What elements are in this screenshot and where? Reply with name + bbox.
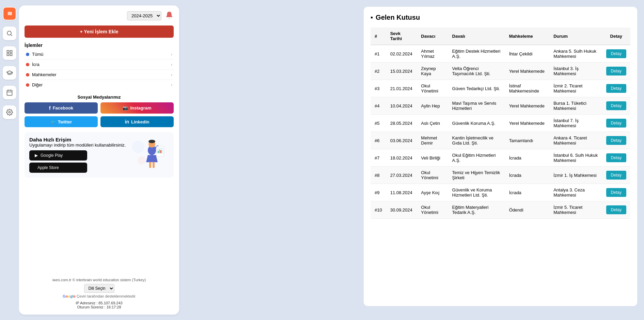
svg-rect-5 — [10, 54, 12, 56]
play-icon: ▶ — [35, 153, 38, 158]
year-select[interactable]: 2024-2025 2023-2024 2025-2026 — [127, 11, 161, 20]
cell-durum: İstanbul 6. Sulh Hukuk Mahkemesi — [549, 149, 602, 167]
twitter-icon: 🐦 — [50, 119, 56, 124]
cell-durum: İzmir 5. Ticaret Mahkemesi — [549, 201, 602, 219]
google-g: G — [63, 294, 66, 298]
google-play-label: Google Play — [41, 153, 63, 158]
new-item-button[interactable]: + Yeni İşlem Ekle — [25, 26, 174, 38]
cell-davali: Güven Tedarikçi Ltd. Şti. — [448, 80, 505, 97]
cell-mahkeleme: Yerel Mahkemede — [505, 115, 549, 132]
search-icon[interactable] — [3, 27, 16, 40]
cell-davaci: Veli Birliği — [417, 149, 448, 167]
inbox-icon: ▪ — [371, 14, 373, 21]
logo-icon[interactable]: ≋ — [3, 7, 16, 20]
cell-davaci: Mehmet Demir — [417, 132, 448, 149]
instagram-label: Instagram — [130, 105, 151, 111]
table-row: #2 15.03.2024 Zeynep Kaya Velta Öğrenci … — [371, 63, 630, 80]
instagram-button[interactable]: 📷 Instagram — [100, 102, 174, 114]
detay-button[interactable]: Detay — [606, 67, 626, 75]
detay-button[interactable]: Detay — [606, 171, 626, 180]
cell-detay: Detay — [602, 97, 630, 115]
google-o2: o — [68, 294, 70, 298]
cell-davaci: Ayşe Koç — [417, 184, 448, 201]
cell-date: 27.03.2024 — [386, 167, 417, 184]
cell-date: 02.02.2024 — [386, 45, 417, 63]
facebook-button[interactable]: f Facebook — [25, 102, 98, 114]
svg-rect-22 — [160, 150, 161, 153]
cell-id: #4 — [371, 97, 386, 115]
detay-button[interactable]: Detay — [606, 84, 626, 93]
detay-button[interactable]: Detay — [606, 101, 626, 110]
cell-detay: Detay — [602, 45, 630, 63]
cell-date: 11.08.2024 — [386, 184, 417, 201]
chevron-right-icon: › — [171, 52, 172, 57]
table-row: #1 02.02.2024 Ahmet Yılmaz Eğitim Destek… — [371, 45, 630, 63]
quick-access-title: Daha Hızlı Erişim — [29, 137, 128, 142]
cell-durum: Ankara 5. Sulh Hukuk Mahkemesi — [549, 45, 602, 63]
svg-point-24 — [138, 156, 146, 165]
cell-davaci: Okul Yönetimi — [417, 167, 448, 184]
table-row: #6 03.06.2024 Mehmet Demir Kantin İşletm… — [371, 132, 630, 149]
settings-icon[interactable] — [3, 105, 16, 119]
facebook-icon: f — [49, 105, 51, 111]
google-play-button[interactable]: ▶ Google Play — [29, 150, 87, 161]
table-row: #8 27.03.2024 Okul Yönetimi Temiz ve Hij… — [371, 167, 630, 184]
detay-button[interactable]: Detay — [606, 153, 626, 162]
cell-davali: Eğitim Destek Hizmetleri A.Ş. — [448, 45, 505, 63]
svg-rect-20 — [158, 151, 159, 153]
linkedin-button[interactable]: in Linkedin — [100, 116, 174, 127]
cell-detay: Detay — [602, 63, 630, 80]
cell-davaci: Okul Yönetimi — [417, 80, 448, 97]
menu-item-diger[interactable]: Diğer › — [25, 80, 174, 90]
menu-item-tumü[interactable]: Tümü › — [25, 49, 174, 60]
store-buttons: ▶ Google Play Apple Store — [29, 150, 128, 173]
detay-button[interactable]: Detay — [606, 188, 626, 197]
cell-id: #2 — [371, 63, 386, 80]
menu-item-mahkemeler[interactable]: Mahkemeler › — [25, 70, 174, 80]
cell-detay: Detay — [602, 80, 630, 97]
calendar-icon[interactable] — [3, 86, 16, 99]
apple-store-label: Apple Store — [37, 165, 59, 170]
notification-bell[interactable] — [165, 11, 174, 21]
cell-id: #5 — [371, 115, 386, 132]
cell-durum: Antalya 3. Ceza Mahkemesi — [549, 184, 602, 201]
cell-date: 18.02.2024 — [386, 149, 417, 167]
table-body: #1 02.02.2024 Ahmet Yılmaz Eğitim Destek… — [371, 45, 630, 219]
cell-mahkeleme: İstinaf Mahkemesinde — [505, 80, 549, 97]
table-row: #7 18.02.2024 Veli Birliği Okul Eğitim H… — [371, 149, 630, 167]
svg-rect-17 — [153, 162, 155, 168]
cell-davali: Güvenlik Koruma A.Ş. — [448, 115, 505, 132]
dot-red-icon — [26, 63, 29, 66]
cell-id: #9 — [371, 184, 386, 201]
twitter-button[interactable]: 🐦 Twitter — [25, 116, 98, 127]
ip-info: IP Adresiniz : 85.107.69.243 Oturum Süre… — [25, 301, 174, 309]
menu-item-label: Tümü — [32, 52, 43, 57]
col-davali: Davalı — [448, 28, 505, 45]
svg-point-23 — [132, 141, 144, 153]
graduation-icon[interactable] — [3, 66, 16, 80]
col-mahkeleme: Mahkeleme — [505, 28, 549, 45]
menu-item-label: Mahkemeler — [32, 72, 57, 77]
cell-detay: Detay — [602, 149, 630, 167]
cell-davaci: Aslı Çetin — [417, 115, 448, 132]
detay-button[interactable]: Detay — [606, 49, 626, 58]
cell-durum: İzmir 1. İş Mahkemesi — [549, 167, 602, 184]
cell-date: 10.04.2024 — [386, 97, 417, 115]
islemler-section: İşlemler Tümü › İcra › Mahkemeler › Diğe… — [25, 43, 174, 90]
detay-button[interactable]: Detay — [606, 205, 626, 214]
cell-davaci: Aylin Hep — [417, 97, 448, 115]
grid-icon[interactable] — [3, 46, 16, 60]
cell-durum: Bursa 1. Tüketici Mahkemesi — [549, 97, 602, 115]
detay-button[interactable]: Detay — [606, 136, 626, 145]
islemler-title: İşlemler — [25, 43, 174, 48]
language-select[interactable]: Dili Seçin Türkçe English — [84, 284, 114, 293]
session-value: 16:17:28 — [107, 305, 121, 309]
cell-durum: İzmir 2. Ticaret Mahkemesi — [549, 80, 602, 97]
table-row: #9 11.08.2024 Ayşe Koç Güvenlik ve Korum… — [371, 184, 630, 201]
cell-durum: İstanbul 3. İş Mahkemesi — [549, 63, 602, 80]
quick-access-illustration — [131, 137, 169, 171]
table-row: #10 30.09.2024 Okul Yönetimi Eğitim Mate… — [371, 201, 630, 219]
detay-button[interactable]: Detay — [606, 119, 626, 128]
menu-item-icra[interactable]: İcra › — [25, 60, 174, 70]
apple-store-button[interactable]: Apple Store — [29, 163, 87, 173]
